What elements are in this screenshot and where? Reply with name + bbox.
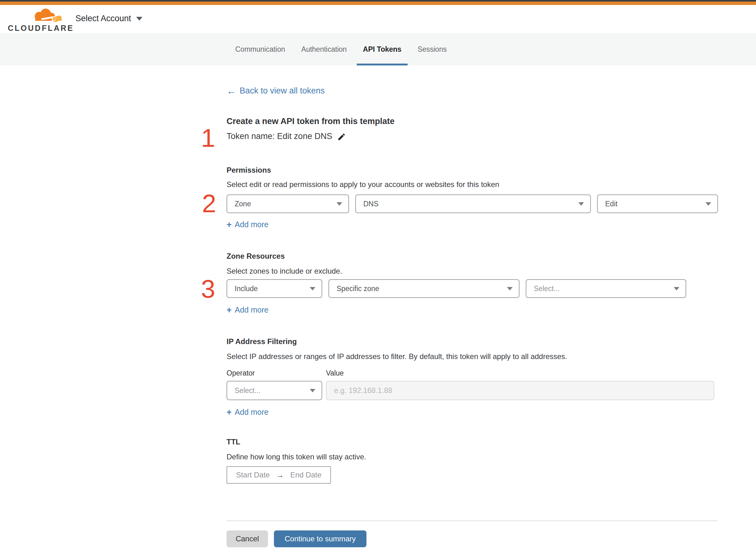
account-selector[interactable]: Select Account: [75, 14, 142, 23]
caret-down-icon: [578, 202, 584, 206]
back-link-label: Back to view all tokens: [240, 86, 325, 96]
permissions-row: Zone DNS Edit: [226, 194, 718, 213]
caret-down-icon: [310, 287, 315, 291]
ip-filtering-add-more-link[interactable]: + Add more: [226, 408, 269, 417]
page-title: Create a new API token from this templat…: [226, 116, 395, 126]
zone-resources-description: Select zones to include or exclude.: [226, 267, 342, 276]
permissions-add-more-label: Add more: [235, 220, 268, 229]
cloudflare-wordmark: CLOUDFLARE: [8, 24, 74, 33]
permission-scope-select[interactable]: Zone: [226, 194, 349, 213]
start-date-label: Start Date: [236, 471, 269, 479]
permission-group-select[interactable]: DNS: [355, 194, 591, 213]
ttl-title: TTL: [226, 438, 240, 446]
plus-icon: +: [226, 408, 231, 417]
permission-scope-value: Zone: [235, 200, 251, 208]
zone-picker-value: Select...: [534, 285, 560, 293]
back-to-tokens-link[interactable]: ← Back to view all tokens: [226, 86, 325, 96]
token-name-text: Token name: Edit zone DNS: [226, 131, 332, 141]
tab-authentication[interactable]: Authentication: [295, 33, 353, 65]
permission-level-value: Edit: [605, 200, 618, 208]
caret-down-icon: [310, 389, 315, 392]
plus-icon: +: [226, 220, 231, 229]
operator-select-value: Select...: [235, 387, 260, 395]
caret-down-icon: [706, 202, 711, 206]
annotation-2: 2: [202, 191, 216, 216]
token-name-row: Token name: Edit zone DNS: [226, 131, 346, 141]
tab-api-tokens[interactable]: API Tokens: [357, 33, 408, 65]
page: CLOUDFLARE Select Account Communication …: [0, 0, 756, 551]
zone-resources-add-more-label: Add more: [235, 306, 268, 315]
continue-to-summary-button[interactable]: Continue to summary: [274, 530, 366, 547]
tab-bar: Communication Authentication API Tokens …: [0, 33, 756, 65]
end-date-label: End Date: [290, 471, 321, 479]
cancel-button[interactable]: Cancel: [226, 530, 268, 547]
range-arrow-icon: →: [276, 470, 284, 480]
ttl-description: Define how long this token will stay act…: [226, 453, 366, 461]
ip-filtering-description: Select IP addresses or ranges of IP addr…: [226, 352, 567, 361]
back-arrow-icon: ←: [226, 86, 236, 96]
tab-sessions[interactable]: Sessions: [411, 33, 453, 65]
ip-filtering-row: Select...: [226, 381, 322, 400]
plus-icon: +: [226, 306, 231, 315]
permission-level-select[interactable]: Edit: [597, 194, 718, 213]
zone-include-value: Include: [235, 285, 258, 293]
zone-resources-add-more-link[interactable]: + Add more: [226, 306, 269, 315]
top-orange-strip: [0, 2, 756, 5]
zone-resources-title: Zone Resources: [226, 252, 285, 260]
annotation-3: 3: [201, 276, 215, 302]
zone-type-value: Specific zone: [336, 285, 379, 293]
value-label: Value: [326, 369, 344, 378]
zone-type-select[interactable]: Specific zone: [328, 279, 520, 298]
ip-filtering-title: IP Address Filtering: [226, 337, 297, 346]
annotation-1: 1: [201, 125, 215, 151]
cloudflare-logo[interactable]: CLOUDFLARE: [8, 7, 61, 33]
permissions-add-more-link[interactable]: + Add more: [226, 220, 269, 229]
permission-group-value: DNS: [363, 200, 379, 208]
ip-filtering-add-more-label: Add more: [235, 408, 268, 417]
zone-picker-select[interactable]: Select...: [526, 279, 686, 298]
tab-communication[interactable]: Communication: [229, 33, 291, 65]
permissions-title: Permissions: [226, 166, 271, 174]
header: CLOUDFLARE Select Account: [0, 5, 756, 33]
account-selector-label: Select Account: [75, 14, 131, 23]
permissions-description: Select edit or read permissions to apply…: [226, 180, 499, 189]
ip-value-input[interactable]: [326, 381, 714, 400]
zone-resources-row: Include Specific zone Select...: [226, 279, 686, 298]
edit-pencil-icon[interactable]: [337, 132, 346, 141]
caret-down-icon: [336, 202, 342, 206]
caret-down-icon: [507, 287, 513, 291]
ttl-date-range-picker[interactable]: Start Date → End Date: [226, 466, 331, 484]
footer-divider: [226, 520, 718, 521]
zone-include-select[interactable]: Include: [226, 279, 322, 298]
operator-label: Operator: [226, 369, 255, 378]
operator-select[interactable]: Select...: [226, 381, 322, 400]
caret-down-icon: [674, 287, 679, 291]
chevron-down-icon: [136, 17, 142, 21]
